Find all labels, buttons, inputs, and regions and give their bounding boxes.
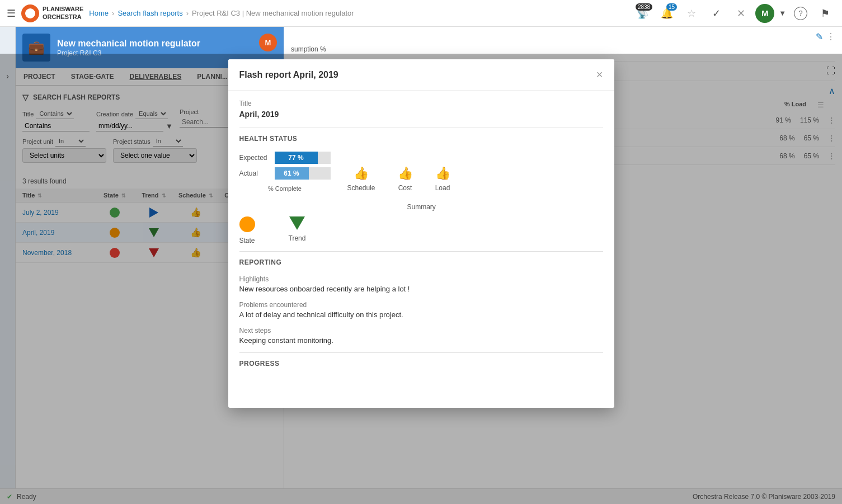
flash-report-modal: Flash report April, 2019 × Title April, … xyxy=(228,59,614,408)
pct-complete-label: % Complete xyxy=(239,185,331,192)
briefcase-icon: 💼 xyxy=(28,40,45,55)
reporting-title: REPORTING xyxy=(239,258,603,266)
breadcrumb: Home › Search flash reports › Project R&… xyxy=(89,9,627,17)
reporting-section: Highlights New resources onboarded recen… xyxy=(239,275,603,345)
breadcrumb-sep-1: › xyxy=(112,9,114,17)
avatar-dropdown-icon[interactable]: ▼ xyxy=(779,9,786,17)
flag-button[interactable]: ⚑ xyxy=(815,3,835,23)
close-icon: ✕ xyxy=(737,7,745,20)
state-orange-circle xyxy=(239,216,255,232)
progress-placeholder xyxy=(239,376,603,399)
highlights-label: Highlights xyxy=(239,275,603,283)
breadcrumb-search[interactable]: Search flash reports xyxy=(117,9,182,17)
pct-expected-bar: 77 % xyxy=(275,152,318,164)
notifications-button[interactable]: 📡 2838 xyxy=(632,3,652,23)
logo-text: PLANISWAREORCHESTRA xyxy=(43,6,83,20)
schedule-health-item: 👍 Schedule xyxy=(347,166,375,192)
pct-complete-section: Expected 77 % Actual 61 % xyxy=(239,152,331,192)
health-grid: Expected 77 % Actual 61 % xyxy=(239,152,603,192)
pct-actual-bar-container: 61 % xyxy=(275,167,331,180)
modal-body: Title April, 2019 HEALTH STATUS Expected… xyxy=(228,91,614,408)
modal-overlay: Flash report April, 2019 × Title April, … xyxy=(0,54,842,504)
trend-item: Trend xyxy=(289,216,306,244)
breadcrumb-current: Project R&I C3 | New mechanical motion r… xyxy=(192,9,354,17)
cost-thumbs-up-icon: 👍 xyxy=(398,166,413,181)
right-panel-actions: ✎ ⋮ xyxy=(816,31,835,42)
star-button[interactable]: ☆ xyxy=(681,3,702,23)
logo: PLANISWAREORCHESTRA xyxy=(21,4,83,22)
cost-label: Cost xyxy=(398,184,412,192)
load-health-item: 👍 Load xyxy=(435,166,450,192)
star-icon: ☆ xyxy=(687,7,696,20)
schedule-label: Schedule xyxy=(347,184,375,192)
alerts-badge: 15 xyxy=(666,3,677,11)
modal-field-value: April, 2019 xyxy=(239,110,603,119)
reporting-section-divider xyxy=(239,251,603,252)
highlights-value: New resources onboarded recently are hel… xyxy=(239,285,603,293)
more-icon[interactable]: ⋮ xyxy=(826,31,835,42)
health-icons: 👍 Schedule 👍 Cost 👍 Load xyxy=(347,166,450,192)
check-icon: ✓ xyxy=(712,7,721,20)
flag-icon: ⚑ xyxy=(821,7,830,20)
hamburger-icon[interactable]: ☰ xyxy=(7,7,16,20)
highlights-field: Highlights New resources onboarded recen… xyxy=(239,275,603,293)
close-nav-button[interactable]: ✕ xyxy=(731,3,751,23)
logo-icon xyxy=(21,4,39,22)
right-panel-header: ✎ ⋮ xyxy=(291,31,835,42)
help-button[interactable]: ? xyxy=(791,3,811,23)
health-section-divider xyxy=(239,128,603,128)
summary-placeholder: Summary xyxy=(407,203,603,211)
alerts-button[interactable]: 🔔 15 xyxy=(657,3,677,23)
project-avatar: M xyxy=(259,34,277,51)
problems-value: A lot of delay and technical difficulty … xyxy=(239,310,603,319)
load-thumbs-up-icon: 👍 xyxy=(435,166,450,181)
cost-health-item: 👍 Cost xyxy=(398,166,413,192)
edit-icon[interactable]: ✎ xyxy=(816,31,823,42)
state-label: State xyxy=(239,237,255,244)
pct-actual-label: Actual xyxy=(239,169,270,177)
next-steps-value: Keeping constant monitoring. xyxy=(239,336,603,345)
pct-expected-label: Expected xyxy=(239,154,270,162)
state-item: State xyxy=(239,216,255,244)
next-steps-field: Next steps Keeping constant monitoring. xyxy=(239,327,603,345)
load-label: Load xyxy=(435,184,450,192)
trend-label: Trend xyxy=(289,234,306,242)
consumption-pct: sumption % xyxy=(291,45,835,53)
help-icon: ? xyxy=(794,7,807,20)
health-status-title: HEALTH STATUS xyxy=(239,135,603,143)
modal-close-button[interactable]: × xyxy=(596,68,603,81)
notifications-badge: 2838 xyxy=(636,3,652,11)
modal-field-label: Title xyxy=(239,100,603,107)
trend-arrow-green xyxy=(289,216,305,230)
state-trend-row: State Trend xyxy=(239,216,603,244)
nav-icons: 📡 2838 🔔 15 ☆ ✓ ✕ M ▼ ? ⚑ xyxy=(632,3,835,23)
pct-actual-bar: 61 % xyxy=(275,167,309,180)
problems-field: Problems encountered A lot of delay and … xyxy=(239,301,603,319)
modal-header: Flash report April, 2019 × xyxy=(228,59,614,91)
logo-inner-circle xyxy=(25,8,35,18)
schedule-thumbs-up-icon: 👍 xyxy=(354,166,369,181)
problems-label: Problems encountered xyxy=(239,301,603,309)
pct-expected-bar-container: 77 % xyxy=(275,152,331,164)
checkmark-button[interactable]: ✓ xyxy=(706,3,726,23)
breadcrumb-sep-2: › xyxy=(186,9,189,17)
breadcrumb-home[interactable]: Home xyxy=(89,9,109,17)
top-navigation: ☰ PLANISWAREORCHESTRA Home › Search flas… xyxy=(0,0,842,27)
pct-actual-row: Actual 61 % xyxy=(239,167,331,180)
progress-title: PROGRESS xyxy=(239,360,603,368)
next-steps-label: Next steps xyxy=(239,327,603,335)
modal-title: Flash report April, 2019 xyxy=(239,70,338,80)
progress-section-divider xyxy=(239,352,603,353)
user-avatar[interactable]: M xyxy=(755,4,774,23)
project-title: New mechanical motion regulator xyxy=(57,38,200,50)
pct-expected-row: Expected 77 % xyxy=(239,152,331,164)
